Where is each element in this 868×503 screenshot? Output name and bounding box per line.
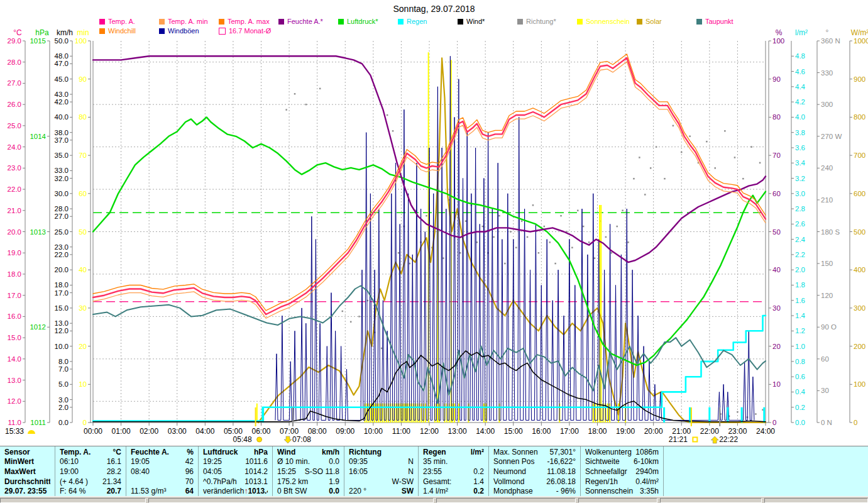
table-column-regen: Regenl/m²35 min.23:550.2Gesamt:1.41.4 l/… <box>419 446 489 496</box>
svg-text:40.0: 40.0 <box>55 113 69 121</box>
svg-text:23.0: 23.0 <box>55 243 69 251</box>
svg-text:45.0: 45.0 <box>55 75 69 83</box>
grid <box>93 41 766 423</box>
table-header: Windkm/h <box>277 447 339 457</box>
svg-text:27.0: 27.0 <box>8 79 21 87</box>
svg-text:30.0: 30.0 <box>55 190 69 197</box>
cell-value: 28.2 <box>107 467 121 476</box>
axis-unit-min: min <box>77 28 89 37</box>
column-unit: °C <box>113 448 121 456</box>
table-row: Sonnen Pos-16,622° <box>493 457 576 467</box>
svg-text:120: 120 <box>821 292 833 299</box>
x-tick-label: 13:00 <box>448 427 467 436</box>
svg-text:18.0: 18.0 <box>55 281 69 289</box>
svg-text:30: 30 <box>821 387 829 394</box>
table-filler <box>664 446 868 496</box>
axis-unit-temp: °C <box>13 28 22 37</box>
table-header: Feuchte A.% <box>131 447 194 457</box>
series-windb-en <box>275 56 754 420</box>
column-title: Wind <box>277 448 295 456</box>
svg-text:4.6: 4.6 <box>795 68 805 75</box>
cell-value: 57,301° <box>549 448 576 456</box>
svg-text:10: 10 <box>772 380 781 388</box>
svg-text:35.0: 35.0 <box>55 152 69 159</box>
x-tick-label: 09:00 <box>336 427 354 436</box>
marker-time: 07:08 <box>292 435 311 444</box>
svg-text:13.0: 13.0 <box>55 319 69 327</box>
table-row: 175.2 km1.9 <box>277 477 339 487</box>
column-unit: % <box>187 448 194 456</box>
svg-text:1011: 1011 <box>30 419 46 426</box>
svg-text:38.0: 38.0 <box>55 129 69 136</box>
svg-text:150: 150 <box>821 260 833 267</box>
table-row: 19:0542 <box>131 457 194 467</box>
cell-value: S-SO 11.8 <box>305 467 339 476</box>
cell-label: 175.2 km <box>277 477 308 486</box>
table-row: 04:051014.2 <box>203 467 268 477</box>
cell-value: SW <box>402 487 414 495</box>
x-tick-label: 14:00 <box>476 427 495 436</box>
svg-text:27.0: 27.0 <box>55 213 69 220</box>
svg-text:1014: 1014 <box>30 133 46 140</box>
cell-label: Sichtweite <box>585 457 620 466</box>
svg-text:21.0: 21.0 <box>8 207 21 214</box>
svg-text:30: 30 <box>772 304 781 312</box>
svg-text:40: 40 <box>772 266 781 274</box>
axis-kmh: 50.048.047.045.043.042.040.038.037.035.0… <box>55 28 73 426</box>
table-row: Sonnenschein3:35h <box>585 486 659 496</box>
table-row: 19:251011.6 <box>203 457 268 467</box>
cell-value: 1011.6 <box>245 457 268 466</box>
cell-value: 1.4 <box>473 477 484 486</box>
x-tick-label: 16:00 <box>532 427 551 436</box>
svg-text:3.4: 3.4 <box>795 159 806 167</box>
svg-text:4.8: 4.8 <box>795 52 805 60</box>
table-row: Sichtweite6-10km <box>585 457 659 467</box>
x-tick-label: 07:00 <box>280 427 299 436</box>
svg-text:25.0: 25.0 <box>8 122 21 130</box>
cell-value: 42 <box>185 457 194 466</box>
x-axis: 00:0001:0002:0003:0004:0005:0006:0007:00… <box>84 423 775 436</box>
axis-unit-hpa: hPa <box>35 28 49 37</box>
svg-text:90: 90 <box>772 75 781 83</box>
axis-deg: 360 N330300270 W240210180 S15012090 O603… <box>817 28 842 426</box>
column-title: Temp. A. <box>60 448 91 456</box>
svg-text:0.6: 0.6 <box>795 373 805 380</box>
cell-label: 35 min. <box>423 457 448 466</box>
svg-text:26.0: 26.0 <box>8 101 21 108</box>
column-unit: hPa <box>254 448 268 456</box>
cell-label: 220 ° <box>349 487 366 495</box>
svg-text:0.8: 0.8 <box>795 358 805 365</box>
table-row: Wolkenunterg1086m <box>585 447 659 457</box>
table-row: 11.53 g/m³64 <box>131 486 194 496</box>
cell-label: 09:35 <box>349 457 368 466</box>
cell-value: 11.08.18 <box>547 467 576 476</box>
table-row: 70 <box>131 477 194 487</box>
svg-text:700: 700 <box>854 152 865 159</box>
svg-text:11.0: 11.0 <box>8 419 21 426</box>
weather-chart: 29.028.027.026.025.024.023.022.021.020.0… <box>0 0 868 446</box>
table-row: 35 min. <box>423 457 484 467</box>
marker-time: 22:22 <box>719 435 738 444</box>
svg-text:80: 80 <box>79 113 87 121</box>
column-title: Regen <box>423 448 446 456</box>
table-row: 06:1016.1 <box>60 457 121 467</box>
column-title: Richtung <box>349 448 382 456</box>
svg-text:30: 30 <box>79 304 87 312</box>
svg-text:42.0: 42.0 <box>55 98 69 106</box>
status-bar <box>0 496 868 503</box>
svg-text:28.0: 28.0 <box>8 58 21 66</box>
table-header: Richtung <box>349 447 414 457</box>
cell-label: Sonnenschein <box>585 487 633 495</box>
sun-icon <box>257 437 262 442</box>
status-bar-segment <box>660 498 762 503</box>
svg-text:37.0: 37.0 <box>55 136 69 144</box>
svg-text:3.2: 3.2 <box>795 175 805 182</box>
table-column-luftdruck: LuftdruckhPa19:251011.604:051014.2^0.7hP… <box>199 446 273 496</box>
svg-text:90: 90 <box>79 75 87 83</box>
svg-text:3.0: 3.0 <box>58 396 69 404</box>
x-tick-label: 23:00 <box>728 427 747 436</box>
axis-lm2: 4.84.64.44.24.03.83.63.43.23.02.82.62.42… <box>791 28 808 426</box>
svg-text:60: 60 <box>79 190 87 197</box>
table-column-sensor: SensorMinWertMaxWertDurchschnitt29.07. 2… <box>0 446 55 496</box>
svg-text:29.0: 29.0 <box>8 37 21 45</box>
